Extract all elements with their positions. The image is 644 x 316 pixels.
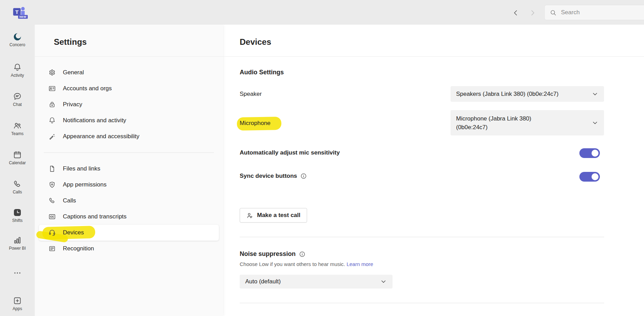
learn-more-link[interactable]: Learn more xyxy=(347,261,373,267)
devices-settings-pane: Devices Audio Settings Speaker Speakers … xyxy=(223,25,644,316)
calendar-icon xyxy=(13,150,22,159)
shifts-clock-icon xyxy=(13,208,22,217)
test-call-icon xyxy=(246,212,254,219)
speaker-value: Speakers (Jabra Link 380) (0b0e:24c7) xyxy=(456,91,559,98)
captions-icon xyxy=(48,213,56,221)
phone-icon xyxy=(13,180,22,189)
top-bar: T NEW xyxy=(0,0,644,25)
people-icon xyxy=(13,121,22,130)
speaker-dropdown[interactable]: Speakers (Jabra Link 380) (0b0e:24c7) xyxy=(451,86,604,102)
rail-item-powerbi[interactable]: Power BI xyxy=(0,236,35,251)
rail-item-activity[interactable]: Activity xyxy=(0,63,35,78)
chevron-down-icon xyxy=(592,91,598,98)
section-divider xyxy=(240,303,604,303)
more-ellipsis-icon xyxy=(13,268,22,277)
id-card-icon xyxy=(48,85,56,92)
lock-icon xyxy=(48,101,56,108)
section-divider xyxy=(240,237,604,237)
noise-suppression-heading: Noise suppression xyxy=(240,250,305,258)
settings-nav-item-captions[interactable]: Captions and transcripts xyxy=(39,209,219,225)
microphone-dropdown[interactable]: Microphone (Jabra Link 380) (0b0e:24c7) xyxy=(451,110,604,135)
settings-nav-item-accounts[interactable]: Accounts and orgs xyxy=(39,81,219,97)
headset-icon xyxy=(48,229,56,236)
nav-group-divider xyxy=(44,152,214,153)
search-icon xyxy=(550,9,557,16)
noise-suppression-dropdown[interactable]: Auto (default) xyxy=(240,275,393,289)
note-icon xyxy=(48,245,56,252)
document-icon xyxy=(48,165,56,173)
info-icon[interactable] xyxy=(299,251,305,257)
svg-text:T: T xyxy=(15,9,19,15)
rail-item-chat[interactable]: Chat xyxy=(0,92,35,107)
search-box[interactable] xyxy=(544,5,644,20)
microphone-value: Microphone (Jabra Link 380) (0b0e:24c7) xyxy=(456,114,550,132)
audio-settings-heading: Audio Settings xyxy=(240,69,284,76)
rail-item-calendar[interactable]: Calendar xyxy=(0,150,35,166)
bar-chart-icon xyxy=(13,236,22,245)
bell-icon xyxy=(13,63,22,72)
teams-logo[interactable]: T NEW xyxy=(12,5,28,20)
settings-title: Settings xyxy=(54,37,87,47)
noise-suppression-description: Choose Low if you want others to hear mu… xyxy=(240,261,373,267)
sync-device-buttons-toggle[interactable] xyxy=(579,172,600,182)
settings-panel: Settings General Accounts and orgs Priva… xyxy=(35,25,223,316)
page-title: Devices xyxy=(240,37,271,47)
chevron-down-icon xyxy=(380,278,387,285)
settings-nav-item-app-permissions[interactable]: App permissions xyxy=(39,177,219,193)
rail-item-calls[interactable]: Calls xyxy=(0,180,35,195)
app-rail: Concero Activity Chat Teams Calendar Cal… xyxy=(0,25,35,316)
rail-item-more[interactable] xyxy=(0,268,35,277)
concero-logo xyxy=(13,32,22,41)
microphone-label: Microphone xyxy=(240,120,271,127)
shield-icon xyxy=(48,181,56,189)
rail-item-concero[interactable]: Concero xyxy=(0,32,35,48)
chat-bubble-icon xyxy=(13,92,22,101)
apps-grid-icon xyxy=(13,296,22,305)
speaker-label: Speaker xyxy=(240,91,262,98)
toggle-knob xyxy=(592,173,598,180)
new-badge: NEW xyxy=(18,15,28,19)
wand-icon xyxy=(48,133,56,140)
auto-adjust-toggle[interactable] xyxy=(579,148,600,158)
back-icon[interactable] xyxy=(512,9,520,17)
rail-item-teams[interactable]: Teams xyxy=(0,121,35,136)
rail-item-shifts[interactable]: Shifts xyxy=(0,208,35,223)
bell-icon xyxy=(48,117,56,124)
header-divider xyxy=(35,56,644,57)
phone-icon xyxy=(48,197,56,205)
rail-item-apps[interactable]: Apps xyxy=(0,296,35,311)
noise-suppression-value: Auto (default) xyxy=(245,278,281,285)
forward-icon[interactable] xyxy=(529,9,536,17)
search-input[interactable] xyxy=(561,9,630,16)
auto-adjust-label: Automatically adjust mic sensitivity xyxy=(240,149,340,156)
gear-icon xyxy=(48,69,56,76)
make-test-call-button[interactable]: Make a test call xyxy=(240,208,307,223)
settings-nav-item-calls[interactable]: Calls xyxy=(39,193,219,209)
settings-nav-item-privacy[interactable]: Privacy xyxy=(39,97,219,113)
chevron-down-icon xyxy=(592,119,598,126)
settings-nav-item-devices[interactable]: Devices xyxy=(39,225,219,241)
sync-device-buttons-label: Sync device buttons xyxy=(240,173,307,180)
settings-nav-item-appearance[interactable]: Appearance and accessibility xyxy=(39,128,219,144)
settings-nav-item-notifications[interactable]: Notifications and activity xyxy=(39,113,219,128)
settings-nav-item-recognition[interactable]: Recognition xyxy=(39,241,219,257)
settings-nav-item-files[interactable]: Files and links xyxy=(39,161,219,177)
toggle-knob xyxy=(592,150,598,157)
settings-nav-list: General Accounts and orgs Privacy Notifi… xyxy=(39,65,219,257)
settings-nav-item-general[interactable]: General xyxy=(39,65,219,81)
info-icon[interactable] xyxy=(300,173,307,179)
